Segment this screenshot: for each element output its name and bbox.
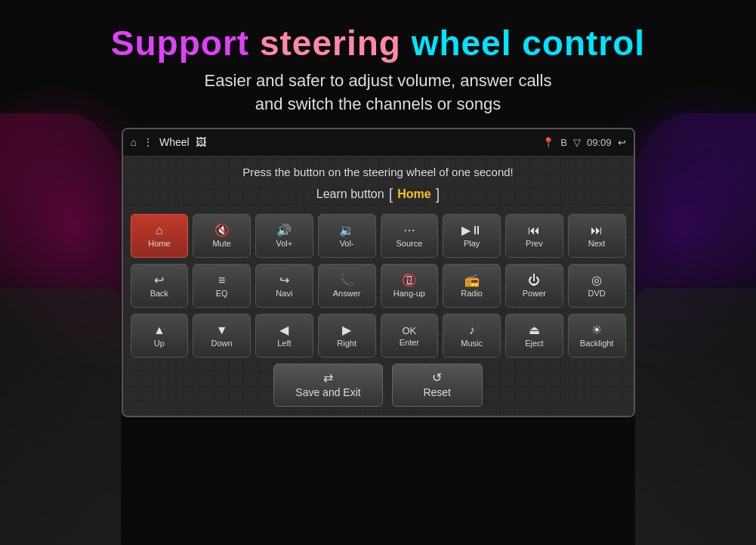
- side-keyboard-left: [0, 288, 121, 545]
- reset-button[interactable]: ↺ Reset: [392, 364, 483, 407]
- music-label: Music: [461, 339, 483, 348]
- screen-statusbar: ⌂ ⋮ Wheel 🖼 📍 B ▽ 09:09 ↩: [123, 129, 634, 156]
- left-icon: ◀: [279, 324, 289, 336]
- reset-label: Reset: [423, 386, 451, 398]
- btn-radio[interactable]: 📻 Radio: [443, 264, 501, 308]
- eject-icon: ⏏: [529, 324, 540, 336]
- power-label: Power: [523, 289, 546, 298]
- power-icon: ⏻: [528, 274, 540, 286]
- title-support: Support: [111, 23, 249, 63]
- backlight-label: Backlight: [580, 339, 614, 348]
- btn-mute[interactable]: 🔇 Mute: [193, 214, 251, 258]
- hangup-label: Hang-up: [393, 289, 425, 298]
- vol-minus-icon: 🔉: [339, 225, 354, 237]
- btn-left[interactable]: ◀ Left: [255, 314, 313, 358]
- source-icon: ⋯: [403, 225, 415, 237]
- btn-up[interactable]: ▲ Up: [131, 314, 189, 358]
- right-label: Right: [337, 339, 356, 348]
- home-icon: ⌂: [156, 225, 163, 237]
- main-title: Support steering wheel control: [0, 23, 756, 63]
- answer-label: Answer: [333, 289, 361, 298]
- btn-enter[interactable]: OK Enter: [381, 314, 439, 358]
- navi-icon: ↪: [279, 274, 289, 286]
- save-exit-label: Save and Exit: [295, 386, 360, 398]
- btn-music[interactable]: ♪ Music: [443, 314, 501, 358]
- btn-prev[interactable]: ⏮ Prev: [505, 214, 563, 258]
- dvd-label: DVD: [588, 289, 606, 298]
- mute-label: Mute: [212, 239, 230, 248]
- enter-icon: OK: [402, 326, 416, 336]
- home-statusbar-icon[interactable]: ⌂: [131, 136, 137, 148]
- btn-power[interactable]: ⏻ Power: [505, 264, 563, 308]
- hangup-icon: 📵: [402, 274, 417, 286]
- back-icon[interactable]: ↩: [618, 137, 626, 148]
- eq-label: EQ: [216, 289, 228, 298]
- title-control: control: [511, 23, 645, 63]
- dvd-icon: ◎: [591, 274, 602, 286]
- up-label: Up: [154, 339, 165, 348]
- down-label: Down: [211, 339, 233, 348]
- prev-label: Prev: [526, 239, 543, 248]
- prev-icon: ⏮: [528, 225, 540, 237]
- radio-label: Radio: [461, 289, 483, 298]
- btn-play[interactable]: ▶⏸ Play: [443, 214, 501, 258]
- btn-home[interactable]: ⌂ Home: [131, 214, 189, 258]
- next-label: Next: [588, 239, 606, 248]
- btn-vol-minus[interactable]: 🔉 Vol-: [318, 214, 376, 258]
- music-icon: ♪: [469, 324, 475, 336]
- source-label: Source: [396, 239, 422, 248]
- title-steering: steering: [249, 23, 401, 63]
- btn-hangup[interactable]: 📵 Hang-up: [381, 264, 439, 308]
- gps-icon: 📍: [542, 137, 554, 148]
- screen-frame: ⌂ ⋮ Wheel 🖼 📍 B ▽ 09:09 ↩ Press the butt…: [122, 128, 635, 417]
- subtitle: Easier and safer to adjust volume, answe…: [0, 70, 756, 116]
- statusbar-title: Wheel: [159, 136, 190, 148]
- mute-icon: 🔇: [214, 225, 230, 237]
- menu-statusbar-icon[interactable]: ⋮: [143, 136, 153, 148]
- save-exit-button[interactable]: ⇄ Save and Exit: [273, 364, 382, 407]
- header-section: Support steering wheel control Easier an…: [0, 0, 756, 128]
- btn-dvd[interactable]: ◎ DVD: [568, 264, 626, 308]
- btn-backlight[interactable]: ☀ Backlight: [568, 314, 626, 358]
- eject-label: Eject: [525, 339, 543, 348]
- left-label: Left: [277, 339, 291, 348]
- down-icon: ▼: [216, 324, 228, 336]
- back-btn-icon: ↩: [154, 274, 164, 286]
- signal-icon: ▽: [573, 137, 581, 148]
- bottom-buttons: ⇄ Save and Exit ↺ Reset: [131, 364, 626, 407]
- img-statusbar-icon: 🖼: [196, 136, 206, 148]
- statusbar-left: ⌂ ⋮ Wheel 🖼: [131, 136, 206, 148]
- btn-answer[interactable]: 📞 Answer: [318, 264, 376, 308]
- button-grid-row1: ⌂ Home 🔇 Mute 🔊 Vol+ 🔉 Vol- ⋯ Sourc: [131, 214, 626, 258]
- vol-plus-icon: 🔊: [276, 225, 292, 237]
- save-exit-icon: ⇄: [323, 372, 333, 384]
- screen-container: ⌂ ⋮ Wheel 🖼 📍 B ▽ 09:09 ↩ Press the butt…: [122, 128, 635, 417]
- reset-icon: ↺: [432, 372, 442, 384]
- btn-right[interactable]: ▶ Right: [318, 314, 376, 358]
- learn-label: Learn button: [316, 187, 384, 201]
- statusbar-right: 📍 B ▽ 09:09 ↩: [542, 137, 625, 148]
- back-label: Back: [150, 289, 168, 298]
- right-icon: ▶: [342, 324, 351, 336]
- statusbar-time: 09:09: [587, 137, 612, 148]
- learn-current-value: Home: [397, 187, 430, 201]
- play-icon: ▶⏸: [461, 225, 483, 237]
- btn-next[interactable]: ⏭ Next: [568, 214, 626, 258]
- learn-button-row: Learn button [ Home ]: [131, 186, 626, 203]
- screen-content: Press the button on the steering wheel o…: [123, 156, 634, 416]
- home-label: Home: [148, 239, 170, 248]
- button-grid-row2: ↩ Back ≡ EQ ↪ Navi 📞 Answer 📵 Hang-u: [131, 264, 626, 308]
- press-instruction: Press the button on the steering wheel o…: [131, 166, 626, 178]
- btn-down[interactable]: ▼ Down: [193, 314, 251, 358]
- vol-minus-label: Vol-: [340, 239, 354, 248]
- btn-navi[interactable]: ↪ Navi: [255, 264, 313, 308]
- btn-eject[interactable]: ⏏ Eject: [505, 314, 563, 358]
- vol-plus-label: Vol+: [276, 239, 293, 248]
- btn-back[interactable]: ↩ Back: [131, 264, 189, 308]
- bt-icon: B: [560, 137, 567, 148]
- answer-icon: 📞: [339, 274, 354, 286]
- side-keyboard-right: [635, 288, 756, 545]
- btn-source[interactable]: ⋯ Source: [381, 214, 439, 258]
- btn-eq[interactable]: ≡ EQ: [193, 264, 251, 308]
- btn-vol-plus[interactable]: 🔊 Vol+: [255, 214, 313, 258]
